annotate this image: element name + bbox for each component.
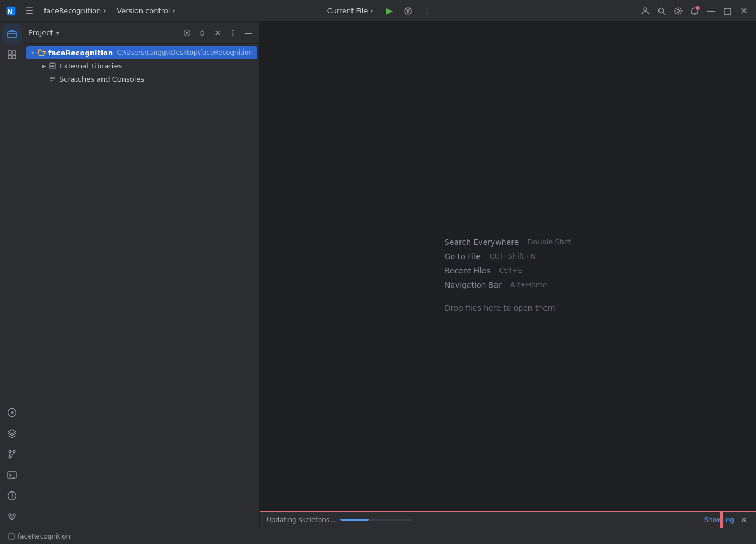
debug-button[interactable] bbox=[400, 3, 416, 19]
status-bar: faceRecognition bbox=[0, 528, 756, 544]
hint-drop-label: Drop files here to open them bbox=[445, 304, 555, 312]
svg-point-23 bbox=[186, 32, 188, 34]
hint-action-label: Search Everywhere bbox=[445, 238, 519, 247]
svg-point-20 bbox=[13, 514, 15, 516]
left-sidebar bbox=[0, 22, 24, 528]
sidebar-item-terminal[interactable] bbox=[2, 465, 22, 485]
hint-shortcut-label: Ctrl+E bbox=[499, 266, 522, 274]
sidebar-item-layers[interactable] bbox=[2, 423, 22, 443]
hint-action-label: Go to File bbox=[445, 252, 481, 261]
sidebar-item-vcs[interactable] bbox=[2, 507, 22, 526]
sidebar-item-run[interactable] bbox=[2, 403, 22, 422]
folder-open-icon bbox=[37, 48, 46, 57]
svg-rect-11 bbox=[13, 55, 16, 59]
svg-point-18 bbox=[12, 497, 13, 499]
hint-shortcut-label: Double Shift bbox=[527, 238, 571, 246]
project-name-label: faceRecognition bbox=[44, 7, 101, 15]
svg-point-19 bbox=[9, 514, 11, 516]
tree-item-label: faceRecognition bbox=[48, 49, 113, 57]
svg-point-2 bbox=[407, 10, 409, 13]
svg-point-15 bbox=[9, 456, 11, 458]
current-file-chevron-icon: ▾ bbox=[370, 8, 373, 14]
version-control-label: Version control bbox=[117, 7, 170, 15]
close-button[interactable]: ✕ bbox=[736, 3, 752, 19]
main-content: Project ▾ ✕ ⋮ — ▾ bbox=[0, 22, 756, 528]
svg-rect-24 bbox=[49, 64, 56, 68]
more-options-button[interactable]: ⋮ bbox=[419, 3, 434, 19]
title-right-controls: — □ ✕ bbox=[638, 3, 752, 19]
app-logo bbox=[4, 4, 18, 18]
status-project-icon bbox=[8, 532, 15, 540]
expand-all-button[interactable] bbox=[196, 26, 209, 39]
sidebar-item-structure[interactable] bbox=[2, 45, 22, 65]
maximize-button[interactable]: □ bbox=[720, 3, 735, 19]
tree-item-scratches[interactable]: ▶ Scratches and Consoles bbox=[26, 72, 257, 85]
empty-editor-hints: Search Everywhere Double Shift Go to Fil… bbox=[445, 238, 571, 312]
scratches-icon bbox=[48, 75, 57, 83]
show-log-button[interactable]: Show log bbox=[704, 516, 735, 524]
tree-item-label: Scratches and Consoles bbox=[59, 75, 253, 83]
svg-rect-7 bbox=[8, 31, 16, 38]
project-name-button[interactable]: faceRecognition ▾ bbox=[39, 5, 110, 16]
project-panel: Project ▾ ✕ ⋮ — ▾ bbox=[24, 22, 260, 528]
version-control-button[interactable]: Version control ▾ bbox=[112, 5, 179, 16]
tree-item-path: C:\Users\tanggt\Desktop\faceRecognition bbox=[117, 49, 253, 56]
project-chevron-icon: ▾ bbox=[103, 8, 106, 14]
library-icon bbox=[48, 61, 57, 70]
hint-shortcut-label: Ctrl+Shift+N bbox=[490, 252, 536, 260]
hint-search-everywhere[interactable]: Search Everywhere Double Shift bbox=[445, 238, 571, 247]
tree-expand-icon: ▾ bbox=[29, 48, 37, 57]
svg-rect-8 bbox=[8, 51, 12, 54]
tree-expand-icon: ▶ bbox=[39, 75, 48, 83]
svg-rect-9 bbox=[13, 51, 16, 54]
notifications-button[interactable] bbox=[687, 3, 702, 19]
svg-point-21 bbox=[11, 518, 13, 520]
svg-point-6 bbox=[677, 9, 680, 12]
tree-item-external-libraries[interactable]: ▶ External Libraries bbox=[26, 59, 257, 72]
svg-point-13 bbox=[9, 450, 11, 453]
progress-bar-fill bbox=[340, 519, 369, 521]
tree-item-label: External Libraries bbox=[59, 62, 253, 70]
run-button[interactable]: ▶ bbox=[382, 3, 397, 19]
sidebar-item-git[interactable] bbox=[2, 444, 22, 464]
hamburger-menu-button[interactable]: ☰ bbox=[22, 3, 37, 19]
svg-point-14 bbox=[13, 450, 15, 453]
status-project-name[interactable]: faceRecognition bbox=[4, 531, 73, 541]
progress-status-text: Updating skeletons... bbox=[266, 516, 336, 524]
progress-bar-track bbox=[340, 519, 412, 521]
hint-action-label: Navigation Bar bbox=[445, 280, 502, 289]
hint-go-to-file[interactable]: Go to File Ctrl+Shift+N bbox=[445, 252, 536, 261]
editor-area: Search Everywhere Double Shift Go to Fil… bbox=[260, 22, 756, 528]
tree-item-root[interactable]: ▾ faceRecognition C:\Users\tanggt\Deskto… bbox=[26, 46, 257, 59]
svg-rect-30 bbox=[9, 534, 14, 539]
project-panel-title: Project ▾ bbox=[29, 28, 178, 37]
title-center-controls: Current File ▾ ▶ ⋮ bbox=[322, 3, 435, 19]
collapse-all-button[interactable]: ✕ bbox=[211, 26, 224, 39]
search-everywhere-button[interactable] bbox=[654, 3, 669, 19]
scroll-to-file-button[interactable] bbox=[180, 26, 194, 39]
panel-options-button[interactable]: ⋮ bbox=[226, 26, 240, 39]
profile-button[interactable] bbox=[638, 3, 653, 19]
status-project-label: faceRecognition bbox=[18, 532, 70, 540]
cancel-progress-button[interactable]: ✕ bbox=[738, 514, 749, 525]
current-file-label: Current File bbox=[327, 7, 368, 15]
progress-bar-area: Updating skeletons... Show log ✕ bbox=[260, 511, 756, 528]
svg-rect-10 bbox=[8, 55, 12, 59]
minimize-button[interactable]: — bbox=[703, 3, 719, 19]
settings-button[interactable] bbox=[670, 3, 686, 19]
project-tree: ▾ faceRecognition C:\Users\tanggt\Deskto… bbox=[24, 44, 259, 528]
hint-navigation-bar[interactable]: Navigation Bar Alt+Home bbox=[445, 280, 547, 289]
hint-action-label: Recent Files bbox=[445, 266, 491, 275]
sidebar-item-project[interactable] bbox=[2, 24, 22, 44]
version-control-chevron-icon: ▾ bbox=[172, 8, 175, 14]
project-panel-header: Project ▾ ✕ ⋮ — bbox=[24, 22, 259, 44]
hide-panel-button[interactable]: — bbox=[242, 26, 255, 39]
current-file-button[interactable]: Current File ▾ bbox=[322, 5, 379, 16]
tree-expand-icon: ▶ bbox=[39, 61, 48, 70]
svg-line-5 bbox=[663, 12, 666, 14]
sidebar-item-problems[interactable] bbox=[2, 486, 22, 506]
title-bar: ☰ faceRecognition ▾ Version control ▾ Cu… bbox=[0, 0, 756, 22]
hint-recent-files[interactable]: Recent Files Ctrl+E bbox=[445, 266, 522, 275]
svg-point-3 bbox=[644, 8, 647, 11]
hint-drop-files: Drop files here to open them bbox=[445, 300, 555, 312]
